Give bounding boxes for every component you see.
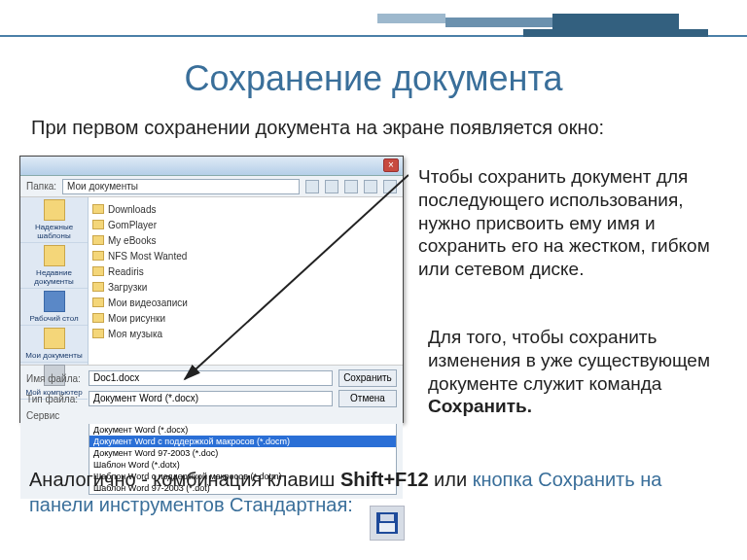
folder-icon [92,251,104,261]
page-title: Сохранение документа [0,58,747,99]
dialog-titlebar: × [20,157,403,176]
decor-bar [552,14,679,29]
file-name: Загрузки [108,282,147,293]
explain-paragraph-1: Чтобы сохранить документ для последующег… [418,165,710,281]
file-list-row[interactable]: Мои видеозаписи [92,295,399,310]
folder-icon [44,199,65,221]
folder-icon [92,220,104,229]
file-name: Downloads [108,204,156,215]
decor-bar [523,29,708,37]
file-name: Моя музыка [108,329,162,339]
close-icon[interactable]: × [383,158,399,172]
filename-label: Имя файла: [26,373,83,384]
folder-icon [92,313,104,323]
sidebar-place-label: Рабочий стол [29,314,78,323]
file-list-row[interactable]: Моя музыка [92,326,399,341]
folder-icon [44,245,65,266]
filetype-field[interactable]: Документ Word (*.docx) [89,391,333,406]
sidebar-place-label: Недавние документы [22,268,86,286]
save-dialog-screenshot: × Папка: Мои документы Надежные шаблоныН… [19,156,404,423]
views-icon[interactable] [383,180,397,193]
new-folder-icon[interactable] [364,180,377,193]
file-list-row[interactable]: Readiris [92,263,399,279]
explain-paragraph-2: Для того, чтобы сохранить изменения в уж… [428,326,710,418]
file-list-row[interactable]: Загрузки [92,279,399,295]
path-label: Папка: [26,181,56,192]
folder-icon [92,235,104,245]
decorative-top-bar [0,0,747,37]
path-field[interactable]: Мои документы [62,179,300,194]
nav-up-icon[interactable] [325,180,338,193]
save-toolbar-icon[interactable] [370,506,405,541]
folder-icon [44,291,65,312]
folder-icon [92,298,104,307]
sidebar-place-item[interactable]: Рабочий стол [20,289,88,326]
sidebar-place-item[interactable]: Надежные шаблоны [20,197,88,243]
folder-icon [44,328,65,349]
folder-icon [92,204,104,214]
sidebar-place-label: Надежные шаблоны [22,223,86,240]
sidebar-place-item[interactable]: Недавние документы [20,243,88,289]
file-list-row[interactable]: Downloads [92,201,399,217]
folder-icon [92,329,104,338]
tools-button[interactable]: Сервис [26,410,83,421]
para2-text: Для того, чтобы сохранить изменения в уж… [428,327,710,394]
shortcut-key: Shift+F12 [340,469,429,490]
para3-a: Аналогично - комбинация клавиш [29,469,340,490]
filetype-label: Тип файла: [26,394,83,404]
decor-bar [445,18,552,27]
save-button[interactable]: Сохранить [338,369,397,387]
dialog-toolbar: Папка: Мои документы [20,176,403,197]
folder-icon [92,282,104,292]
file-list[interactable]: DownloadsGomPlayerMy eBooksNFS Most Want… [89,197,403,365]
delete-icon[interactable] [344,180,358,193]
file-list-row[interactable]: My eBooks [92,232,399,248]
file-name: Мои видеозаписи [108,298,188,308]
intro-text: При первом сохранении документа на экран… [31,117,604,139]
file-name: GomPlayer [108,220,157,230]
filetype-option[interactable]: Документ Word с поддержкой макросов (*.d… [89,436,396,447]
filename-field[interactable]: Doc1.docx [89,370,333,386]
places-sidebar: Надежные шаблоныНедавние документыРабочи… [20,197,89,365]
para3-c: или [429,469,473,490]
file-list-row[interactable]: Мои рисунки [92,310,399,326]
file-name: Мои рисунки [108,313,165,324]
sidebar-place-label: Мои документы [25,351,82,360]
file-name: Readiris [108,266,144,277]
file-name: My eBooks [108,235,156,246]
file-list-row[interactable]: GomPlayer [92,217,399,232]
filetype-option[interactable]: Документ Word (*.docx) [89,424,396,436]
sidebar-place-item[interactable]: Мои документы [20,326,88,363]
nav-back-icon[interactable] [305,180,319,193]
file-name: NFS Most Wanted [108,251,187,262]
filetype-option[interactable]: Документ Word 97-2003 (*.doc) [89,447,396,459]
folder-icon [92,266,104,276]
floppy-disk-icon [376,512,398,534]
cancel-button[interactable]: Отмена [338,390,397,407]
decor-bar [377,14,445,23]
para2-bold: Сохранить. [428,396,532,416]
file-list-row[interactable]: NFS Most Wanted [92,248,399,263]
